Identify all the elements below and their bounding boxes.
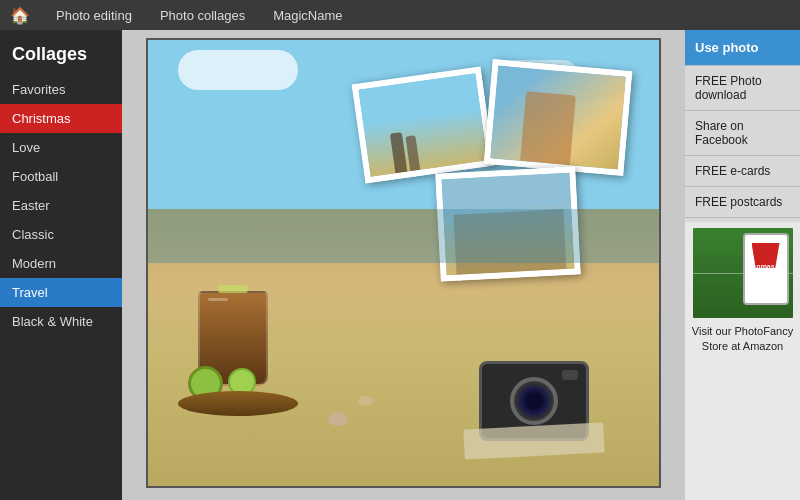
sidebar-item-easter[interactable]: Easter (0, 191, 122, 220)
sidebar: Collages Favorites Christmas Love Footba… (0, 30, 122, 500)
free-ecards-button[interactable]: FREE e-cards (685, 156, 800, 187)
collage-photo-1 (352, 66, 495, 183)
right-sidebar: Use photo FREE Photo download Share on F… (685, 30, 800, 500)
sidebar-item-travel[interactable]: Travel (0, 278, 122, 307)
camera-decoration (479, 361, 589, 441)
sidebar-item-christmas[interactable]: Christmas (0, 104, 122, 133)
amazon-image: omas Harry 12 (693, 228, 793, 318)
free-postcards-button[interactable]: FREE postcards (685, 187, 800, 218)
center-area (122, 30, 685, 500)
sidebar-item-bw[interactable]: Black & White (0, 307, 122, 336)
topbar: 🏠 Photo editing Photo collages MagicName (0, 0, 800, 30)
nav-magic-name[interactable]: MagicName (259, 0, 356, 30)
nav-photo-collages[interactable]: Photo collages (146, 0, 259, 30)
home-icon[interactable]: 🏠 (10, 6, 30, 25)
amazon-text: Visit our PhotoFancy Store at Amazon (691, 324, 794, 355)
sidebar-item-classic[interactable]: Classic (0, 220, 122, 249)
amazon-promo[interactable]: omas Harry 12 Visit our PhotoFancy Store… (685, 222, 800, 500)
sidebar-item-love[interactable]: Love (0, 133, 122, 162)
use-photo-button[interactable]: Use photo (685, 30, 800, 66)
share-facebook-button[interactable]: Share on Facebook (685, 111, 800, 156)
nav-photo-editing[interactable]: Photo editing (42, 0, 146, 30)
sidebar-item-favorites[interactable]: Favorites (0, 75, 122, 104)
drink-decoration (198, 291, 268, 386)
shell-decoration (328, 412, 348, 426)
sidebar-item-modern[interactable]: Modern (0, 249, 122, 278)
collage-frame (146, 38, 661, 488)
main-layout: Collages Favorites Christmas Love Footba… (0, 30, 800, 500)
sidebar-title: Collages (0, 30, 122, 75)
sidebar-item-football[interactable]: Football (0, 162, 122, 191)
free-download-button[interactable]: FREE Photo download (685, 66, 800, 111)
collage-photo-2 (484, 59, 633, 176)
